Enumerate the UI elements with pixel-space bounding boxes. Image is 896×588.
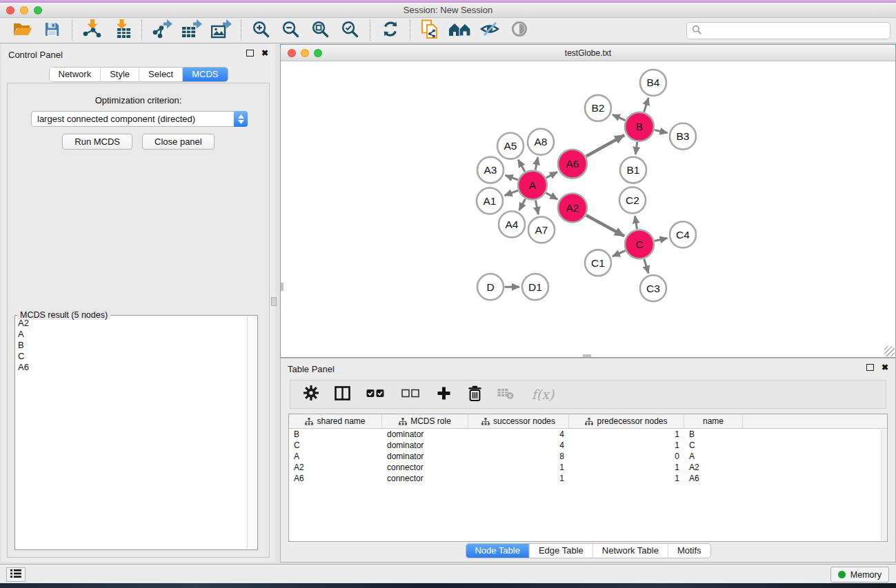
zoom-fit-button[interactable] <box>306 19 335 42</box>
zoom-window-button[interactable] <box>34 6 42 14</box>
column-header-name[interactable]: name <box>684 414 743 428</box>
graph-node-B2[interactable]: B2 <box>585 95 611 121</box>
graph-node-A7[interactable]: A7 <box>528 216 555 243</box>
graph-node-A3[interactable]: A3 <box>477 157 504 183</box>
tab-style[interactable]: Style <box>100 68 139 81</box>
tab-edge-table[interactable]: Edge Table <box>529 544 593 558</box>
mcds-result-item[interactable]: A6 <box>18 362 246 373</box>
graph-edge-A6-B[interactable] <box>586 135 624 156</box>
export-network-button[interactable] <box>147 19 177 42</box>
table-row[interactable]: A2connector11A2 <box>289 462 887 473</box>
refresh-view-button[interactable] <box>375 19 405 42</box>
column-header-mcds-role[interactable]: MCDS role <box>382 414 468 428</box>
graph-node-D[interactable]: D <box>477 274 504 300</box>
graph-node-A5[interactable]: A5 <box>497 133 524 159</box>
table-row[interactable]: A6connector11A6 <box>289 473 887 484</box>
graph-edge-A-A2[interactable] <box>546 193 558 199</box>
close-network-button[interactable] <box>288 49 296 57</box>
memory-button[interactable]: Memory <box>830 567 889 582</box>
zoom-network-button[interactable] <box>314 49 322 57</box>
import-table-button[interactable] <box>107 19 137 42</box>
export-table-button[interactable] <box>177 19 206 42</box>
float-panel-icon[interactable] <box>246 50 254 57</box>
show-panels-button[interactable] <box>6 567 26 582</box>
delete-column-button[interactable] <box>466 384 484 405</box>
clone-network-button[interactable] <box>415 19 445 42</box>
import-network-button[interactable] <box>77 19 107 42</box>
graph-node-A6[interactable]: A6 <box>558 150 587 179</box>
column-header-successor-nodes[interactable]: successor nodes <box>468 414 569 428</box>
vertical-scroll-indicator[interactable] <box>281 283 283 291</box>
zoom-selected-button[interactable] <box>335 19 365 42</box>
resize-grip-icon[interactable] <box>884 346 895 356</box>
graph-edge-A-A1[interactable] <box>505 190 518 195</box>
zoom-in-button[interactable] <box>246 19 276 42</box>
graph-edge-A-A3[interactable] <box>506 175 518 180</box>
mcds-result-item[interactable]: A <box>18 329 246 340</box>
tab-network[interactable]: Network <box>49 68 100 81</box>
float-table-panel-icon[interactable] <box>866 364 874 371</box>
tab-network-table[interactable]: Network Table <box>593 544 668 558</box>
tab-select[interactable]: Select <box>139 68 182 81</box>
mcds-result-item[interactable]: C <box>18 351 246 362</box>
graph-edge-B-B3[interactable] <box>655 130 668 133</box>
table-row[interactable]: Cdominator41C <box>289 440 887 451</box>
unselect-all-columns-button[interactable] <box>399 384 421 405</box>
graph-edge-B-B4[interactable] <box>644 98 648 112</box>
export-image-button[interactable] <box>206 19 236 42</box>
create-column-button[interactable] <box>435 384 452 405</box>
mcds-result-scrollbar[interactable] <box>247 316 257 549</box>
graph-node-C3[interactable]: C3 <box>640 275 666 301</box>
graph-node-A8[interactable]: A8 <box>528 129 554 155</box>
graph-edge-A-A4[interactable] <box>519 199 526 210</box>
show-columns-button[interactable] <box>333 384 351 405</box>
graph-edge-A-A5[interactable] <box>518 160 525 172</box>
tab-motifs[interactable]: Motifs <box>668 544 710 558</box>
search-field[interactable] <box>686 22 890 39</box>
graph-edge-C-C3[interactable] <box>644 259 648 274</box>
table-row[interactable]: Adominator80A <box>289 451 887 462</box>
graph-edge-B-B1[interactable] <box>635 142 637 154</box>
graph-edge-B-B2[interactable] <box>613 114 626 120</box>
zoom-out-button[interactable] <box>276 19 306 42</box>
table-row[interactable]: Bdominator41B <box>289 429 887 440</box>
graph-edge-A2-C[interactable] <box>586 215 624 236</box>
graph-node-A2[interactable]: A2 <box>558 194 587 223</box>
minimize-window-button[interactable] <box>20 6 28 14</box>
graph-edge-C-C2[interactable] <box>635 216 637 229</box>
optimization-criterion-select[interactable]: largest connected component (directed) <box>31 111 248 127</box>
table-scrollbar[interactable] <box>881 429 886 540</box>
network-window-titlebar[interactable]: testGlobe.txt <box>281 45 895 61</box>
function-builder-button[interactable]: f(x) <box>528 384 558 405</box>
close-table-panel-icon[interactable]: ✖ <box>882 364 888 371</box>
graph-node-C2[interactable]: C2 <box>619 187 646 214</box>
close-window-button[interactable] <box>6 6 14 14</box>
graph-edge-A-A6[interactable] <box>546 172 557 178</box>
save-session-button[interactable] <box>37 19 67 42</box>
close-panel-icon[interactable]: ✖ <box>261 50 268 57</box>
graph-edge-C-C4[interactable] <box>655 238 668 241</box>
search-input[interactable] <box>704 26 890 36</box>
graph-edge-A-A8[interactable] <box>535 157 537 170</box>
graph-node-A1[interactable]: A1 <box>477 188 503 214</box>
column-header-shared-name[interactable]: shared name <box>289 414 382 428</box>
first-neighbors-button[interactable] <box>445 19 475 42</box>
graph-node-B4[interactable]: B4 <box>640 70 666 96</box>
mcds-result-item[interactable]: B <box>18 340 246 351</box>
graph-node-A4[interactable]: A4 <box>499 211 525 237</box>
graph-node-B1[interactable]: B1 <box>620 157 646 183</box>
graph-node-A[interactable]: A <box>518 171 547 200</box>
graph-node-B[interactable]: B <box>625 112 654 141</box>
network-canvas[interactable]: B4B2BB3A5A8A6B1A3AA1C2A2A4A7C4CC1C3DD1 <box>281 62 895 357</box>
select-all-columns-button[interactable] <box>364 384 386 405</box>
open-session-button[interactable] <box>8 19 37 42</box>
show-all-button[interactable] <box>504 19 534 42</box>
column-header-predecessor-nodes[interactable]: predecessor nodes <box>569 414 684 428</box>
graph-edge-C-C1[interactable] <box>613 251 626 256</box>
run-mcds-button[interactable]: Run MCDS <box>62 134 132 150</box>
delete-table-button[interactable] <box>497 384 515 405</box>
mcds-result-item[interactable]: A2 <box>18 318 246 329</box>
graph-node-C4[interactable]: C4 <box>670 221 696 247</box>
tab-mcds[interactable]: MCDS <box>182 68 227 81</box>
minimize-network-button[interactable] <box>301 49 309 57</box>
